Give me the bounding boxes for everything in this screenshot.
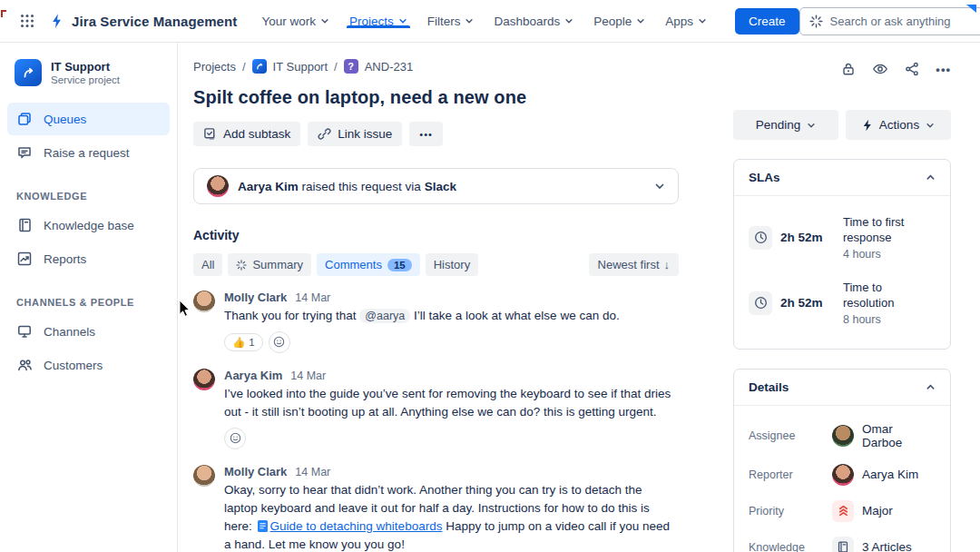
sla-time-remaining: 2h 52m (780, 296, 823, 310)
breadcrumb-project[interactable]: IT Support (273, 60, 328, 74)
comment-item: Molly Clark 14 Mar Thank you for trying … (193, 291, 679, 353)
clock-icon (749, 291, 772, 315)
detail-row-reporter: Reporter Aarya Kim (749, 457, 936, 493)
comment-date[interactable]: 14 Mar (290, 370, 326, 382)
project-icon (15, 59, 42, 86)
primary-nav: Your work Projects Filters Dashboards Pe… (251, 15, 717, 28)
sla-goal: 8 hours (843, 313, 936, 326)
chevron-down-icon (636, 16, 645, 25)
sort-order-button[interactable]: Newest first ↓ (589, 253, 679, 276)
watch-eye-icon[interactable] (872, 61, 888, 77)
more-icon[interactable]: ••• (936, 63, 951, 76)
sidebar-item-customers[interactable]: Customers (7, 349, 170, 381)
guide-link[interactable]: Guide to detaching whiteboards (270, 519, 443, 533)
sort-arrow-icon: ↓ (664, 258, 671, 271)
customers-icon (16, 358, 33, 372)
issue-title[interactable]: Spilt coffee on laptop, need a new one (193, 87, 679, 108)
banner-expand-chevron-icon[interactable] (654, 181, 665, 192)
actions-dropdown[interactable]: Actions (846, 110, 951, 140)
sidebar-item-knowledge-base[interactable]: Knowledge base (7, 209, 170, 242)
comment-avatar[interactable] (193, 369, 215, 390)
priority-value[interactable]: Major (832, 500, 893, 522)
nav-filters[interactable]: Filters (417, 15, 485, 28)
thumbs-up-emoji: 👍 (232, 336, 245, 349)
nav-dashboards[interactable]: Dashboards (484, 15, 583, 28)
banner-user: Aarya Kim (238, 180, 299, 193)
project-type: Service project (51, 74, 120, 85)
reaction-pill[interactable]: 👍 1 (224, 333, 263, 351)
clock-icon (749, 226, 772, 250)
breadcrumb-issue-key[interactable]: AND-231 (365, 60, 413, 74)
lock-icon[interactable] (841, 62, 856, 76)
share-icon[interactable] (905, 62, 919, 76)
comment-body: I’ve looked into the guide you’ve sent f… (224, 385, 679, 421)
queues-icon (16, 112, 33, 126)
nav-apps[interactable]: Apps (655, 15, 717, 28)
breadcrumb-projects[interactable]: Projects (193, 60, 236, 74)
comment-body: Okay, sorry to hear that didn’t work. An… (224, 481, 679, 552)
comment-avatar[interactable] (193, 465, 215, 487)
issue-main-column: Projects / IT Support / ? AND-231 Spilt … (193, 43, 679, 552)
link-issue-button[interactable]: Link issue (308, 122, 402, 146)
issue-toolbar: Add subtask Link issue ••• (193, 122, 679, 146)
comment-date[interactable]: 14 Mar (295, 291, 330, 304)
add-reaction-button[interactable] (269, 331, 290, 353)
comment-date[interactable]: 14 Mar (295, 466, 330, 478)
sla-row: 2h 52m Time to first response 4 hours (749, 205, 936, 271)
chevron-down-icon (926, 121, 935, 130)
nav-your-work[interactable]: Your work (251, 15, 339, 28)
comment-author[interactable]: Molly Clark (224, 291, 287, 304)
tab-history[interactable]: History (426, 253, 478, 276)
reports-icon (16, 251, 33, 266)
sidebar: IT Support Service project Queues Raise … (0, 43, 178, 552)
chevron-down-icon (320, 16, 329, 25)
tab-comments[interactable]: Comments 15 (317, 253, 420, 276)
knowledge-value[interactable]: 3 Articles (832, 537, 912, 552)
chevron-down-icon (398, 16, 407, 25)
raise-request-icon (16, 145, 33, 160)
detail-row-knowledge: Knowledge 3 Articles (749, 529, 936, 552)
sidebar-item-channels[interactable]: Channels (7, 315, 170, 348)
comment-author[interactable]: Aarya Kim (224, 369, 282, 382)
jira-logo[interactable]: Jira Service Management (45, 13, 246, 29)
comment-avatar[interactable] (193, 291, 215, 312)
banner-channel: Slack (425, 180, 456, 193)
assignee-value[interactable]: Omar Darboe (832, 422, 936, 449)
priority-major-icon (832, 500, 854, 522)
global-search[interactable] (799, 7, 980, 35)
nav-projects[interactable]: Projects (339, 15, 417, 28)
comment-author[interactable]: Molly Clark (224, 465, 287, 478)
sla-goal: 4 hours (843, 248, 936, 261)
add-subtask-button[interactable]: Add subtask (193, 122, 300, 146)
add-reaction-button[interactable] (224, 428, 246, 449)
mention-chip[interactable]: @aarya (359, 309, 410, 323)
sidebar-section-channels-people: CHANNELS & PEOPLE (0, 297, 177, 308)
nav-people[interactable]: People (583, 15, 655, 28)
sidebar-item-queues[interactable]: Queues (7, 103, 170, 135)
sidebar-item-raise-request[interactable]: Raise a request (7, 136, 170, 169)
create-button[interactable]: Create (735, 8, 799, 34)
sidebar-section-knowledge: KNOWLEDGE (0, 191, 177, 202)
details-panel-header[interactable]: Details (734, 370, 950, 406)
reporter-value[interactable]: Aarya Kim (832, 464, 918, 486)
project-name: IT Support (51, 60, 120, 74)
project-header[interactable]: IT Support Service project (0, 59, 177, 86)
slas-panel: SLAs 2h 52m Time to first response 4 hou… (733, 159, 951, 350)
screen-artifact (966, 5, 976, 13)
app-switcher-icon[interactable] (15, 8, 40, 34)
activity-tabs: All Summary Comments 15 History Newest f… (193, 253, 679, 276)
reaction-count: 1 (249, 337, 254, 348)
slas-panel-header[interactable]: SLAs (734, 160, 950, 196)
subtask-icon (203, 127, 217, 141)
chevron-down-icon (698, 16, 707, 25)
tab-summary[interactable]: Summary (228, 253, 311, 276)
sidebar-item-reports[interactable]: Reports (7, 242, 170, 275)
tab-all[interactable]: All (193, 253, 222, 276)
smiley-icon (273, 336, 285, 348)
more-actions-button[interactable]: ••• (409, 122, 443, 146)
link-icon (318, 127, 331, 141)
status-dropdown[interactable]: Pending (733, 110, 838, 140)
reporter-avatar (207, 175, 229, 197)
search-input[interactable] (830, 15, 980, 28)
request-source-banner[interactable]: Aarya Kim raised this request via Slack (193, 168, 679, 204)
